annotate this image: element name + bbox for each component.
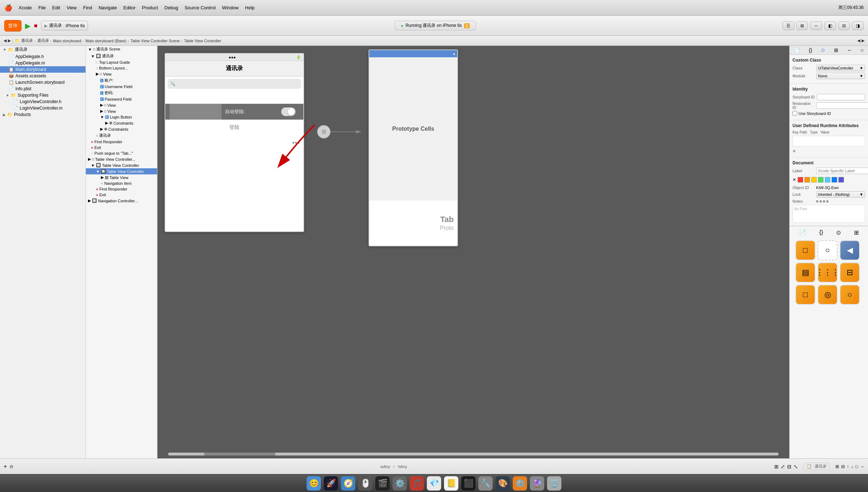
swatch-blue[interactable] — [832, 177, 837, 183]
menu-help[interactable]: Help — [245, 5, 255, 10]
scheme-selector[interactable]: ▶ 通讯录 | iPhone 6s — [41, 21, 88, 30]
swatch-red[interactable] — [798, 177, 803, 183]
menu-product[interactable]: Product — [142, 5, 158, 10]
breadcrumb-item-label-2[interactable]: 通讯录 — [37, 38, 49, 43]
use-storyboard-checkbox[interactable] — [793, 111, 797, 116]
dock-terminal[interactable]: ⬛ — [461, 476, 476, 491]
bottom-icon-1[interactable]: ⊞ — [835, 464, 839, 469]
zoom-in-icon[interactable]: ⊞ — [774, 464, 779, 469]
obj-icon-2[interactable]: ○ — [818, 240, 838, 260]
outline-bottom-layout[interactable]: □ Bottom Layout... — [86, 65, 157, 71]
nav-item-assets[interactable]: 📦 Assets.xcassets — [0, 73, 86, 79]
menu-edit[interactable]: Edit — [52, 5, 60, 10]
storyboard-id-input[interactable] — [817, 94, 865, 100]
swatch-purple[interactable] — [838, 177, 844, 183]
nav-item-appdelegate-h[interactable]: 📄 AppDelegate.h — [0, 53, 86, 60]
obj-icon-6[interactable]: ⊟ — [840, 262, 860, 283]
outline-label-password[interactable]: L 密码: — [86, 90, 157, 96]
align-left-icon[interactable]: ≡ — [816, 199, 818, 203]
nav-item-launch-storyboard[interactable]: 📋 LaunchScreen.storyboard — [0, 79, 86, 86]
dock-app2[interactable]: ⚙️ — [513, 476, 527, 491]
attributes-inspector-tab[interactable]: ⊞ — [834, 47, 838, 53]
breadcrumb-item-label-1[interactable]: 通讯录 — [21, 38, 33, 43]
add-button[interactable]: + — [4, 463, 7, 470]
nav-item-main-storyboard[interactable]: 📋 Main.storyboard — [0, 66, 86, 73]
menu-window[interactable]: Window — [222, 5, 239, 10]
dock-trash[interactable]: 🗑️ — [547, 476, 561, 491]
outline-exit2[interactable]: ● Exit — [86, 192, 157, 198]
outline-constraints2[interactable]: ▶ ⊕ Constraints — [86, 126, 157, 132]
apple-menu[interactable]: 🍎 — [4, 4, 12, 12]
outline-nav-controller[interactable]: ▶ 🔲 Navigation Controller... — [86, 198, 157, 204]
outline-first-responder1[interactable]: ● First Responder — [86, 139, 157, 145]
dock-settings[interactable]: ⚙️ — [392, 476, 407, 491]
outline-table-view[interactable]: ▶ ▤ Table View — [86, 174, 157, 180]
outline-username-field[interactable]: F Username Field — [86, 84, 157, 90]
search-bar[interactable]: 🔍 — [167, 79, 301, 89]
circle-icon-tab[interactable]: ⊙ — [836, 229, 841, 236]
dock-safari[interactable]: 🧭 — [341, 476, 355, 491]
doc-icon-tab[interactable]: 📄 — [799, 229, 806, 236]
nav-item-products[interactable]: ▶ 📁 Products — [0, 111, 86, 118]
utilities-toggle[interactable]: ◨ — [852, 21, 864, 30]
bottom-icon-5[interactable]: □ — [855, 464, 858, 469]
add-attribute-button[interactable]: + — [793, 148, 865, 154]
outline-vc[interactable]: ▼ 🔲 通讯录 — [86, 53, 157, 59]
nav-item-loginvc-m[interactable]: 📄 LoginViewController.m — [0, 105, 86, 111]
dock-mouse[interactable]: 🖱️ — [358, 476, 372, 491]
dock-photoshop[interactable]: 🎨 — [496, 476, 510, 491]
outline-nav-item[interactable]: < Navigation Item — [86, 180, 157, 186]
menu-view[interactable]: View — [67, 5, 77, 10]
outline-scene[interactable]: ▼ □ 通讯录 Scene — [86, 46, 157, 53]
obj-icon-5[interactable]: ⋮⋮⋮ — [818, 262, 838, 283]
bottom-icon-3[interactable]: ↑ — [847, 464, 849, 469]
obj-icon-7[interactable]: □ — [795, 285, 815, 305]
outline-view2[interactable]: ▶ □ View — [86, 102, 157, 108]
dock-finder[interactable]: 😊 — [307, 476, 321, 491]
label-input[interactable] — [816, 168, 868, 174]
breadcrumb-right-nav-right[interactable]: ▶ — [862, 38, 864, 43]
zoom-button[interactable]: ⊙ — [10, 464, 13, 469]
align-right-icon[interactable]: ≡ — [823, 199, 825, 203]
align-justify-icon[interactable]: ≡ — [826, 199, 828, 203]
auto-login-toggle[interactable] — [281, 107, 296, 116]
menu-xcode[interactable]: Xcode — [19, 5, 32, 10]
menu-source-control[interactable]: Source Control — [185, 5, 216, 10]
menu-file[interactable]: File — [38, 5, 46, 10]
dock-music[interactable]: 🎵 — [410, 476, 424, 491]
outline-exit1[interactable]: ● Exit — [86, 145, 157, 150]
outline-nav-vc[interactable]: < 通讯录 — [86, 132, 157, 139]
obj-icon-9[interactable]: ○ — [840, 285, 860, 305]
outline-view1[interactable]: ▶ □ View — [86, 71, 157, 77]
dock-tools[interactable]: 🔧 — [478, 476, 493, 491]
dock-notes[interactable]: 📒 — [444, 476, 458, 491]
module-dropdown[interactable]: None ▼ — [816, 73, 865, 79]
identity-inspector-tab[interactable]: ⊙ — [821, 47, 825, 53]
fullscreen-icon[interactable]: ⤡ — [794, 464, 798, 469]
outline-first-responder2[interactable]: ● First Responder — [86, 186, 157, 192]
warning-badge[interactable]: 2 — [464, 23, 470, 28]
breadcrumb-right-nav-left[interactable]: ◀ — [857, 38, 860, 43]
outline-view3[interactable]: ▶ □ View — [86, 108, 157, 114]
nav-root-item[interactable]: ▼ 📁 通讯录 — [0, 46, 86, 53]
navigator-toggle[interactable]: ◧ — [824, 21, 836, 30]
outline-label-account[interactable]: L 账户: — [86, 77, 157, 84]
bottom-icon-4[interactable]: ↓ — [851, 464, 853, 469]
pause-button[interactable]: 暂停 — [4, 20, 21, 32]
file-inspector-tab[interactable]: 📄 — [794, 47, 800, 53]
breadcrumb-item-label-5[interactable]: Table View Controller Scene — [131, 39, 180, 43]
dock-video[interactable]: 🎬 — [375, 476, 390, 491]
restoration-id-input[interactable] — [816, 102, 868, 109]
nav-item-info-plist[interactable]: 📄 Info.plist — [0, 86, 86, 92]
obj-icon-3[interactable]: ◀ — [840, 240, 860, 260]
breadcrumb-item-label-3[interactable]: Main.storyboard — [53, 39, 81, 43]
edit-button[interactable]: ●●● — [292, 140, 300, 145]
bottom-icon-2[interactable]: ⊟ — [841, 464, 845, 469]
dock-sketch[interactable]: 💎 — [427, 476, 441, 491]
nav-item-supporting-files[interactable]: ▼ 📁 Supporting Files — [0, 92, 86, 98]
breadcrumb-item-label-6[interactable]: Table View Controller — [184, 39, 221, 43]
editor-version-button[interactable]: ↔ — [810, 21, 822, 30]
menu-find[interactable]: Find — [83, 5, 92, 10]
grid-icon-tab[interactable]: ⊞ — [854, 229, 859, 236]
outline-top-layout[interactable]: □ Top Layout Guide — [86, 59, 157, 65]
